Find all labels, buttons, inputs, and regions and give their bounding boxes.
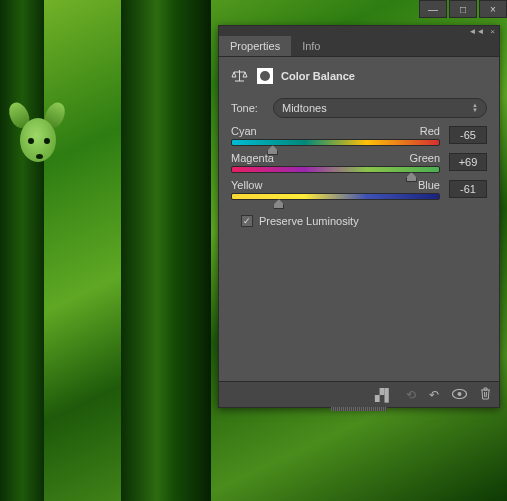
adjustment-title: Color Balance	[281, 70, 355, 82]
tree-trunk	[0, 0, 44, 501]
adjustment-mask-icon[interactable]	[256, 67, 273, 84]
panel-tabs: Properties Info	[219, 36, 499, 57]
preserve-luminosity-label: Preserve Luminosity	[259, 215, 359, 227]
cyan-red-value[interactable]: -65	[449, 126, 487, 144]
visibility-icon[interactable]	[452, 388, 467, 402]
yellow-blue-slider[interactable]	[231, 193, 440, 200]
tree-trunk	[121, 0, 211, 501]
minimize-button[interactable]: —	[419, 0, 447, 18]
reset-icon[interactable]: ↶	[429, 388, 439, 402]
tone-select[interactable]: Midtones ▲▼	[273, 98, 487, 118]
window-close-button[interactable]: ×	[479, 0, 507, 18]
properties-panel: ◄◄ × Properties Info Color Balance Tone:…	[218, 25, 500, 408]
delete-icon[interactable]	[480, 387, 491, 403]
slider-left-label: Cyan	[231, 125, 257, 137]
panel-close-icon[interactable]: ×	[490, 27, 495, 36]
cyan-red-slider[interactable]	[231, 139, 440, 146]
deer-image	[18, 112, 60, 182]
slider-right-label: Green	[409, 152, 440, 164]
preserve-luminosity-checkbox[interactable]: ✓	[241, 215, 253, 227]
magenta-green-value[interactable]: +69	[449, 153, 487, 171]
slider-knob[interactable]	[267, 145, 278, 155]
tone-label: Tone:	[231, 102, 265, 114]
slider-left-label: Yellow	[231, 179, 262, 191]
window-controls: — □ ×	[419, 0, 507, 22]
tab-properties[interactable]: Properties	[219, 36, 291, 56]
svg-point-1	[260, 71, 270, 81]
chevron-updown-icon: ▲▼	[472, 103, 478, 113]
panel-resize-grip[interactable]	[331, 407, 387, 411]
balance-scale-icon	[231, 67, 248, 84]
clip-to-layer-icon[interactable]: ▞▌	[375, 388, 393, 402]
panel-collapse-icon[interactable]: ◄◄	[468, 27, 484, 36]
slider-knob[interactable]	[273, 199, 284, 209]
tab-info[interactable]: Info	[291, 36, 331, 56]
slider-right-label: Blue	[418, 179, 440, 191]
slider-right-label: Red	[420, 125, 440, 137]
magenta-green-slider[interactable]	[231, 166, 440, 173]
yellow-blue-value[interactable]: -61	[449, 180, 487, 198]
svg-point-3	[458, 392, 462, 396]
slider-knob[interactable]	[406, 172, 417, 182]
previous-state-icon[interactable]: ⟲	[406, 388, 416, 402]
panel-footer: ▞▌ ⟲ ↶	[219, 381, 499, 407]
maximize-button[interactable]: □	[449, 0, 477, 18]
tone-value: Midtones	[282, 102, 327, 114]
